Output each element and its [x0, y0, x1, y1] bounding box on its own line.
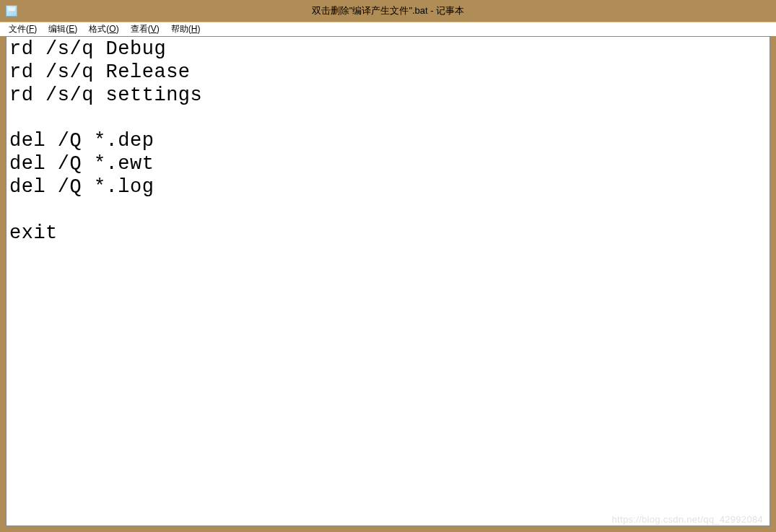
- watermark: https://blog.csdn.net/qq_42992084: [612, 514, 763, 525]
- menu-format[interactable]: 格式(O): [83, 22, 124, 36]
- window-title: 双击删除"编译产生文件".bat - 记事本: [312, 4, 464, 17]
- editor-container: rd /s/q Debug rd /s/q Release rd /s/q se…: [6, 36, 770, 526]
- menu-help-label: 帮助(H): [171, 24, 201, 34]
- text-editor[interactable]: rd /s/q Debug rd /s/q Release rd /s/q se…: [6, 37, 770, 247]
- menu-edit-label: 编辑(E): [48, 24, 77, 34]
- menu-file-label: 文件(F): [9, 24, 37, 34]
- menubar: 文件(F) 编辑(E) 格式(O) 查看(V) 帮助(H): [0, 22, 776, 36]
- menu-format-label: 格式(O): [89, 24, 118, 34]
- menu-view-label: 查看(V): [131, 24, 160, 34]
- menu-help[interactable]: 帮助(H): [165, 22, 206, 36]
- notepad-icon: [6, 5, 17, 17]
- notepad-window: 双击删除"编译产生文件".bat - 记事本 文件(F) 编辑(E) 格式(O)…: [0, 0, 776, 532]
- menu-file[interactable]: 文件(F): [3, 22, 43, 36]
- menu-edit[interactable]: 编辑(E): [43, 22, 83, 36]
- menu-view[interactable]: 查看(V): [125, 22, 165, 36]
- titlebar[interactable]: 双击删除"编译产生文件".bat - 记事本: [0, 0, 776, 22]
